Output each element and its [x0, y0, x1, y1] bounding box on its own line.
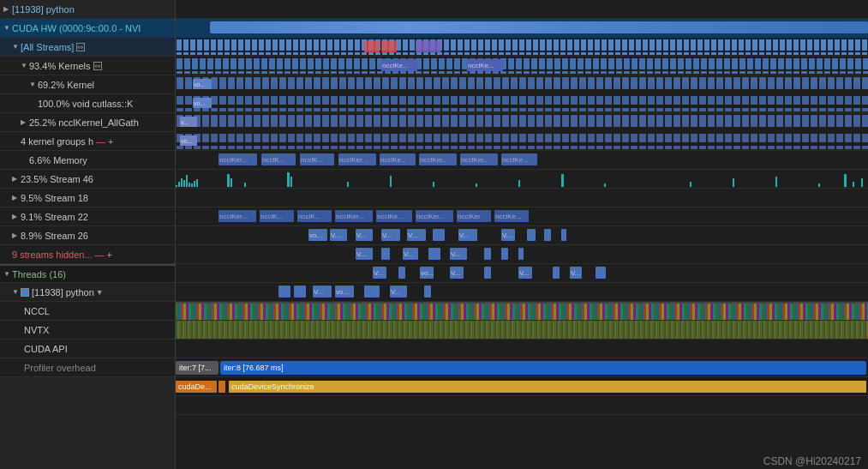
- nccl25-row[interactable]: 25.2% ncclKernel_AllGath: [0, 113, 175, 132]
- stream46-row[interactable]: 23.5% Stream 46: [0, 170, 175, 189]
- svg-rect-67: [853, 182, 854, 187]
- all-streams-triangle[interactable]: [12, 43, 21, 51]
- kernel-groups-row[interactable]: 4 kernel groups h — +: [0, 132, 175, 151]
- r-streams-hidden-row: V... vo... V...: [176, 283, 868, 302]
- svg-rect-3: [381, 40, 397, 52]
- kernels-expand[interactable]: ⇔: [93, 62, 102, 70]
- stream18-svg: vo... V... V... V... V... V... V...: [176, 226, 868, 245]
- stream22-triangle[interactable]: [12, 213, 21, 220]
- stream26-triangle[interactable]: [12, 231, 21, 239]
- svg-text:ncclKer...: ncclKer...: [461, 156, 489, 164]
- svg-rect-2: [364, 40, 380, 52]
- r-memory-row: [176, 189, 868, 207]
- memory-label: 6.6% Memory: [29, 155, 87, 165]
- streams-plus[interactable]: +: [107, 250, 112, 260]
- svg-text:V...: V...: [571, 269, 580, 277]
- nvtx-iter7-bar: iter:7 [7...: [176, 361, 218, 375]
- nvtx-iter8-bar: iter:8 [76.687 ms]: [220, 361, 866, 375]
- svg-text:ncclK...: ncclK...: [262, 156, 284, 164]
- kernels-triangle[interactable]: [21, 62, 29, 69]
- svg-rect-4: [416, 40, 441, 52]
- streams-minus[interactable]: —: [95, 250, 105, 260]
- r-void-cutlass-row: v... vo...: [176, 113, 868, 151]
- svg-rect-101: [544, 229, 551, 241]
- stream22-svg: V... V... V...: [176, 245, 868, 264]
- python-triangle[interactable]: [3, 5, 12, 13]
- cuda-small-bar: [218, 381, 225, 393]
- stream18-triangle[interactable]: [12, 194, 21, 201]
- svg-rect-134: [364, 286, 380, 298]
- python-row[interactable]: [11938] python: [0, 0, 175, 19]
- stream46-svg: ncclKer... ncclK... ncclK... ncclKer... …: [176, 207, 868, 226]
- stream22-label: 9.1% Stream 22: [21, 212, 88, 222]
- python-thread-row[interactable]: [11938] python ▼: [0, 283, 175, 302]
- stream46-triangle[interactable]: [12, 175, 21, 183]
- svg-rect-54: [290, 177, 292, 187]
- kernel69-row[interactable]: 69.2% Kernel: [0, 75, 175, 94]
- svg-rect-113: [518, 248, 524, 260]
- all-streams-row[interactable]: [All Streams] ⇔: [0, 38, 175, 57]
- svg-text:vo...: vo...: [421, 269, 434, 277]
- python-thread-checkbox[interactable]: [21, 288, 29, 297]
- all-streams-label: [All Streams]: [21, 42, 74, 52]
- profiler-row: Profiler overhead: [0, 358, 175, 377]
- kernel-groups-plus[interactable]: +: [108, 136, 113, 147]
- r-all-streams-row: [176, 38, 868, 57]
- threads-label: Threads (16): [12, 269, 66, 280]
- stream18-row[interactable]: 9.5% Stream 18: [0, 189, 175, 207]
- r-stream46-row: ncclKer... ncclK... ncclK... ncclKer... …: [176, 207, 868, 226]
- svg-rect-6: [176, 58, 868, 74]
- stream26-row[interactable]: 8.9% Stream 26: [0, 226, 175, 245]
- streams-hidden-label: 9 streams hidden...: [12, 250, 93, 260]
- all-streams-timeline: [176, 38, 868, 56]
- cuda-api-right-bar: cudaDeviceSynchronize: [229, 381, 866, 393]
- nvtx-label: NVTX: [24, 325, 49, 335]
- threads-triangle[interactable]: [3, 270, 12, 278]
- svg-text:vo...: vo...: [181, 138, 192, 144]
- svg-rect-13: [176, 96, 868, 111]
- kernel69-label: 69.2% Kernel: [38, 80, 94, 90]
- cuda-hw-row[interactable]: CUDA HW (0000:9c:00.0 - NVI: [0, 19, 175, 38]
- svg-text:V...: V...: [519, 269, 529, 277]
- svg-text:ncclKe...: ncclKe...: [382, 62, 409, 69]
- r-kernels-row: ncclKe... ncclKe...: [176, 57, 868, 75]
- svg-text:ncclKe...: ncclKe...: [468, 62, 494, 69]
- kernel-groups-minus[interactable]: —: [96, 136, 105, 147]
- svg-rect-12: [176, 77, 868, 93]
- svg-text:V...: V...: [404, 250, 413, 258]
- svg-text:V...: V...: [459, 231, 469, 239]
- memory-row[interactable]: 6.6% Memory: [0, 151, 175, 170]
- svg-rect-68: [861, 178, 863, 187]
- r-cuda-api-row: cudaDe... cudaDeviceSynchronize: [176, 377, 868, 396]
- void-cutlass-row[interactable]: 100.0% void cutlass::K: [0, 94, 175, 113]
- nccl-row: NCCL: [0, 302, 175, 321]
- svg-rect-100: [527, 229, 536, 241]
- nccl25-triangle[interactable]: [21, 118, 29, 126]
- python-thread-triangle[interactable]: [12, 288, 21, 296]
- kernel69-triangle[interactable]: [29, 81, 38, 88]
- all-streams-svg: [176, 38, 868, 57]
- cuda-api-row: CUDA API: [0, 340, 175, 358]
- svg-text:ncclK...: ncclK...: [260, 213, 283, 220]
- all-streams-expand[interactable]: ⇔: [76, 43, 85, 51]
- svg-text:ncclKer...: ncclKer...: [416, 213, 445, 220]
- kernels-row[interactable]: 93.4% Kernels ⇔: [0, 57, 175, 75]
- svg-rect-127: [596, 267, 606, 279]
- svg-rect-124: [553, 267, 560, 279]
- threads-row[interactable]: Threads (16): [0, 264, 175, 283]
- svg-text:ncclK...: ncclK...: [298, 213, 320, 220]
- cuda-hw-triangle[interactable]: [3, 24, 12, 32]
- kernel-groups-label: 4 kernel groups h: [21, 136, 93, 147]
- watermark: CSDN @Hi20240217: [763, 455, 861, 467]
- python-dropdown[interactable]: ▼: [96, 288, 104, 297]
- r-nccl-row: [176, 340, 868, 358]
- nvtx-row: NVTX: [0, 321, 175, 340]
- svg-text:V...: V...: [408, 231, 417, 239]
- svg-rect-55: [347, 182, 349, 187]
- r-python-row: [176, 0, 868, 19]
- stream22-row[interactable]: 9.1% Stream 22: [0, 207, 175, 226]
- streams-hidden-svg: V... vo... V...: [176, 283, 868, 302]
- svg-rect-57: [433, 182, 434, 187]
- svg-rect-116: [398, 267, 405, 279]
- svg-text:vo...: vo...: [194, 81, 205, 87]
